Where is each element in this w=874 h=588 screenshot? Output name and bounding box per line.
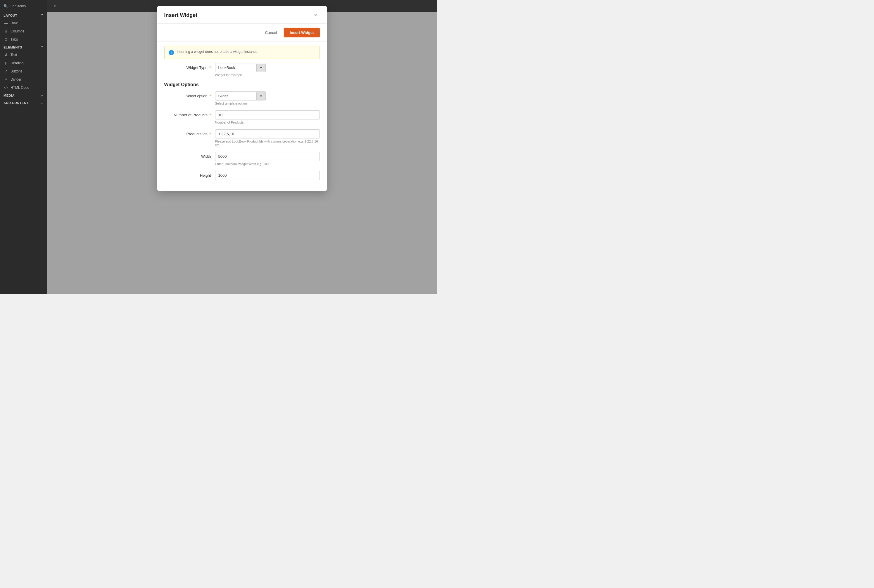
- height-field: [215, 171, 320, 180]
- sidebar-item-tabs[interactable]: ⊡ Tabs: [0, 35, 47, 44]
- select-option-dropdown-btn[interactable]: ▼: [256, 92, 266, 100]
- heading-icon: H: [4, 61, 8, 65]
- number-of-products-input[interactable]: [215, 110, 320, 120]
- sidebar-section-elements: Elements ⌃: [0, 44, 47, 51]
- height-input[interactable]: [215, 171, 320, 180]
- sidebar-section-layout: Layout ⌃: [0, 12, 47, 19]
- width-input[interactable]: [215, 152, 320, 161]
- width-field: Enter Lookbook widget width e.g: 1000: [215, 152, 320, 166]
- chevron-down-icon-add-content: ⌄: [41, 101, 44, 105]
- widget-type-select-wrapper: LookBook Slider Banner Custom ▼: [215, 63, 266, 72]
- notice-text: Inserting a widget does not create a wid…: [177, 50, 259, 54]
- dialog-actions: Cancel Insert Widget: [157, 24, 327, 42]
- dialog-title: Insert Widget: [164, 12, 198, 18]
- widget-type-row: Widget Type * LookBook Slider Banner Cus…: [164, 63, 320, 77]
- widget-type-required: *: [209, 65, 211, 70]
- select-option-select-wrapper: Slider Grid List Carousel ▼: [215, 92, 266, 100]
- sidebar: 🔍 Layout ⌃ ▬ Row ⊞ Columns ⊡ Tabs Elemen…: [0, 0, 47, 294]
- sidebar-search-bar[interactable]: 🔍: [0, 2, 47, 10]
- divider-icon: ≡: [4, 77, 8, 81]
- insert-widget-dialog: Insert Widget × Cancel Insert Widget i I…: [157, 6, 327, 191]
- select-option-field: Slider Grid List Carousel ▼ Select templ…: [215, 92, 320, 105]
- dialog-overlay: Insert Widget × Cancel Insert Widget i I…: [47, 0, 437, 294]
- cancel-button[interactable]: Cancel: [261, 28, 281, 37]
- select-option-row: Select option * Slider Grid List Carouse…: [164, 92, 320, 105]
- html-icon: </>: [4, 86, 8, 90]
- number-of-products-label: Number of Products *: [164, 110, 211, 117]
- text-icon: A: [4, 53, 8, 57]
- chevron-up-icon-elements: ⌃: [41, 45, 44, 49]
- notice-banner: i Inserting a widget does not create a w…: [164, 46, 320, 59]
- number-of-products-field: Number of Products: [215, 110, 320, 124]
- sidebar-search-input[interactable]: [10, 4, 43, 8]
- search-icon: 🔍: [3, 4, 8, 8]
- row-icon: ▬: [4, 21, 8, 25]
- products-ids-hint: Please add LookBook Product Ids with com…: [215, 140, 320, 147]
- widget-type-field: LookBook Slider Banner Custom ▼ Widget f…: [215, 63, 320, 77]
- widget-type-select[interactable]: LookBook Slider Banner Custom: [215, 63, 256, 72]
- products-ids-field: Please add LookBook Product Ids with com…: [215, 129, 320, 147]
- number-of-products-hint: Number of Products: [215, 121, 320, 124]
- widget-type-dropdown-btn[interactable]: ▼: [256, 64, 266, 72]
- width-row: Width Enter Lookbook widget width e.g: 1…: [164, 152, 320, 166]
- columns-icon: ⊞: [4, 29, 8, 33]
- close-button[interactable]: ×: [311, 11, 320, 19]
- sidebar-item-columns[interactable]: ⊞ Columns: [0, 27, 47, 35]
- number-of-products-row: Number of Products * Number of Products: [164, 110, 320, 124]
- products-ids-input[interactable]: [215, 129, 320, 138]
- insert-widget-button[interactable]: Insert Widget: [284, 28, 319, 38]
- select-option-select[interactable]: Slider Grid List Carousel: [215, 92, 256, 100]
- height-row: Height: [164, 171, 320, 180]
- select-option-hint: Select template option: [215, 102, 320, 105]
- widget-type-hint: Widget for example: [215, 74, 320, 77]
- widget-options-title: Widget Options: [164, 82, 320, 87]
- sidebar-section-add-content[interactable]: Add Content ⌄: [0, 99, 47, 106]
- buttons-icon: ↗: [4, 69, 8, 74]
- info-icon: i: [168, 50, 174, 55]
- tabs-icon: ⊡: [4, 38, 8, 42]
- sidebar-item-html-code[interactable]: </> HTML Code: [0, 84, 47, 92]
- height-label: Height: [164, 171, 211, 178]
- products-ids-required: *: [209, 132, 211, 136]
- width-label: Width: [164, 152, 211, 159]
- products-ids-row: Products Ids * Please add LookBook Produ…: [164, 129, 320, 147]
- dialog-header: Insert Widget ×: [157, 6, 327, 24]
- number-of-products-required: *: [209, 113, 211, 117]
- sidebar-item-text[interactable]: A Text: [0, 51, 47, 59]
- widget-type-label: Widget Type *: [164, 63, 211, 70]
- dialog-body: Widget Type * LookBook Slider Banner Cus…: [157, 63, 327, 191]
- products-ids-label: Products Ids *: [164, 129, 211, 136]
- sidebar-section-media[interactable]: Media ⌄: [0, 92, 47, 99]
- chevron-down-icon-media: ⌄: [41, 93, 44, 97]
- select-option-label: Select option *: [164, 92, 211, 98]
- sidebar-item-buttons[interactable]: ↗ Buttons: [0, 67, 47, 75]
- width-hint: Enter Lookbook widget width e.g: 1000: [215, 162, 320, 166]
- sidebar-item-row[interactable]: ▬ Row: [0, 19, 47, 27]
- chevron-up-icon: ⌃: [41, 14, 44, 17]
- select-option-required: *: [209, 94, 211, 98]
- sidebar-item-divider[interactable]: ≡ Divider: [0, 75, 47, 84]
- sidebar-item-heading[interactable]: H Heading: [0, 59, 47, 67]
